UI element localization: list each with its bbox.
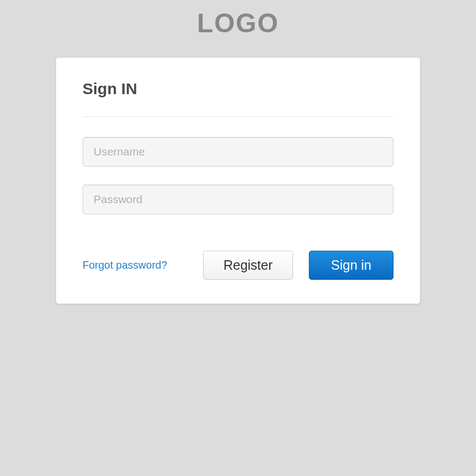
password-input[interactable] [83, 185, 393, 214]
divider [83, 116, 393, 117]
username-input[interactable] [83, 137, 393, 167]
card-title: Sign IN [83, 80, 393, 98]
signin-card: Sign IN Forgot password? Register Sign i… [56, 57, 420, 304]
signin-button[interactable]: Sign in [309, 251, 393, 280]
register-button[interactable]: Register [203, 251, 293, 280]
actions-row: Forgot password? Register Sign in [83, 251, 393, 280]
forgot-password-link[interactable]: Forgot password? [83, 259, 167, 271]
logo: LOGO [197, 8, 279, 39]
